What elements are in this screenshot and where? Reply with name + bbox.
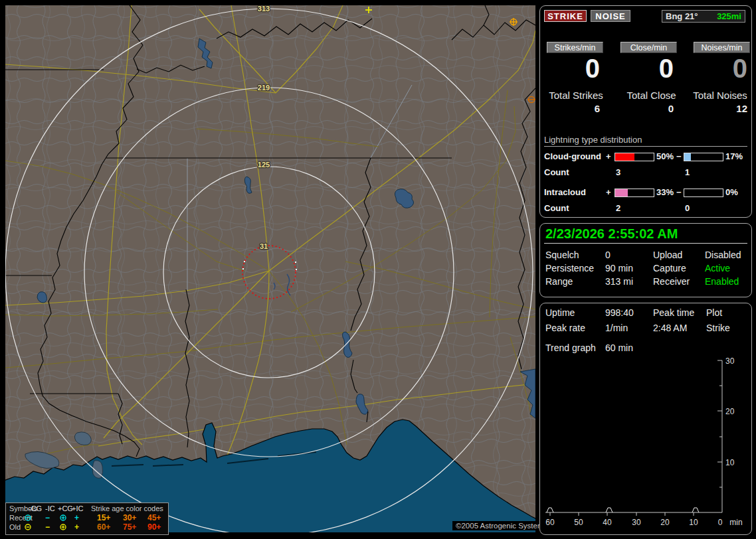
cg-plus-pct: 50%: [656, 151, 674, 161]
status-panel: 2/23/2026 2:55:02 AM Squelch 0 Upload Di…: [539, 223, 752, 297]
plot-label: Plot: [706, 307, 722, 318]
recent-neg-ic-icon: −: [45, 514, 50, 522]
cg-plus-bar: [614, 153, 654, 161]
svg-text:0: 0: [718, 518, 723, 527]
age-90: 90+: [147, 523, 161, 531]
uptime-label: Uptime: [545, 307, 575, 318]
ring-label-125: 125: [258, 161, 270, 169]
map-legend: Symbols -CG -IC +CG +IC Strike age color…: [5, 502, 169, 535]
total-strikes-label: Total Strikes: [545, 90, 607, 101]
noises-per-min-chip: Noises/min: [694, 42, 750, 53]
ring-label-219: 219: [258, 84, 270, 92]
cg-plus-sign: +: [606, 151, 611, 161]
copyright-text: ©2005 Astrogenic Systems: [452, 521, 551, 530]
upload-value: Disabled: [705, 250, 741, 260]
upload-label: Upload: [653, 250, 682, 260]
cg-minus-count: 1: [685, 167, 690, 177]
svg-text:20: 20: [725, 407, 735, 416]
trend-graph: 30 20 10 60 50 40 30 20 10 0 min: [540, 356, 751, 534]
trend-axes: [545, 360, 722, 516]
range-value: 313 mi: [605, 276, 633, 287]
close-per-min-value: 0: [627, 54, 674, 83]
distribution-divider: [544, 146, 747, 147]
ic-plus-bar: [614, 189, 654, 197]
receiver-value: Enabled: [705, 276, 739, 287]
trend-window-value: 60 min: [605, 343, 633, 353]
squelch-label: Squelch: [545, 250, 579, 260]
datetime-divider: [544, 243, 747, 244]
cg-minus-bar: [684, 153, 723, 161]
app-window: 313 219 125 31 Symbols -: [0, 0, 756, 539]
ring-label-313: 313: [258, 5, 270, 13]
map-canvas[interactable]: 313 219 125 31: [5, 5, 535, 532]
distribution-title: Lightning type distribution: [544, 135, 642, 145]
ring-label-31: 31: [260, 242, 268, 250]
old-neg-cg-icon: [24, 523, 32, 531]
ic-plus-count: 2: [616, 203, 620, 213]
close-per-min-chip: Close/min: [620, 42, 677, 53]
trend-x-labels: 60 50 40 30 20 10 0 min: [545, 518, 742, 527]
svg-text:40: 40: [603, 518, 612, 527]
plot-value: Strike: [706, 323, 730, 333]
trend-series-strike: [547, 508, 699, 512]
ic-minus-sign: −: [676, 187, 682, 197]
total-close-value: 0: [627, 103, 674, 114]
ic-plus-sign: +: [606, 187, 611, 197]
total-strikes-value: 6: [553, 103, 600, 114]
squelch-value: 0: [605, 250, 611, 260]
svg-text:60: 60: [545, 518, 555, 527]
legend-col-pos-cg: +CG: [58, 504, 73, 512]
cg-minus-pct: 17%: [725, 151, 743, 161]
bearing-range-value: 325mi: [717, 11, 741, 21]
total-close-label: Total Close: [623, 90, 680, 101]
svg-text:50: 50: [574, 518, 583, 527]
trend-panel: Uptime 998:40 Peak time Plot Peak rate 1…: [539, 303, 752, 535]
age-30: 30+: [123, 514, 136, 522]
uptime-value: 998:40: [605, 307, 634, 318]
old-pos-ic-icon: +: [74, 523, 79, 531]
peak-rate-label: Peak rate: [545, 323, 585, 333]
cg-plus-count: 3: [616, 167, 620, 177]
ic-minus-bar: [684, 189, 723, 197]
cg-count-label: Count: [544, 167, 569, 177]
capture-value: Active: [705, 263, 730, 273]
trend-x-unit: min: [729, 518, 742, 527]
trend-graph-label: Trend graph: [545, 343, 596, 353]
bearing-readout: Bng 21° 325mi: [662, 10, 745, 23]
ic-plus-pct: 33%: [656, 187, 674, 197]
age-45: 45+: [147, 514, 161, 522]
svg-text:30: 30: [632, 518, 641, 527]
recent-pos-ic-icon: +: [74, 514, 79, 522]
bearing-value: Bng 21°: [666, 11, 698, 21]
cloud-ground-label: Cloud-ground: [544, 151, 601, 161]
capture-label: Capture: [653, 263, 686, 273]
total-noises-value: 12: [701, 103, 747, 114]
peak-time-value: 2:48 AM: [653, 323, 687, 333]
strike-mode-button[interactable]: STRIKE: [544, 10, 587, 22]
age-75: 75+: [123, 523, 136, 531]
legend-old-label: Old: [9, 523, 21, 531]
noise-mode-button[interactable]: NOISE: [591, 10, 630, 22]
noises-per-min-value: 0: [701, 54, 747, 83]
age-60: 60+: [97, 523, 110, 531]
old-pos-cg-icon: [59, 523, 67, 531]
peak-rate-value: 1/min: [605, 323, 628, 333]
recent-pos-cg-icon: [59, 514, 67, 522]
datetime-display: 2/23/2026 2:55:02 AM: [545, 226, 678, 242]
strikes-per-min-chip: Strikes/min: [547, 42, 603, 53]
trend-y-labels: 30 20 10: [725, 356, 735, 467]
persistence-label: Persistence: [545, 263, 594, 273]
total-noises-label: Total Noises: [690, 90, 751, 101]
ic-count-label: Count: [544, 203, 569, 213]
svg-text:10: 10: [725, 458, 735, 467]
peak-time-label: Peak time: [653, 307, 694, 318]
age-15: 15+: [97, 514, 110, 522]
legend-col-pos-ic: +IC: [72, 504, 83, 512]
legend-col-neg-ic: -IC: [45, 504, 55, 512]
persistence-value: 90 min: [605, 263, 633, 273]
svg-text:10: 10: [689, 518, 698, 527]
ic-minus-count: 0: [685, 203, 690, 213]
counters-panel: STRIKE NOISE Bng 21° 325mi Strikes/min C…: [539, 5, 752, 218]
svg-text:30: 30: [725, 356, 735, 366]
intracloud-label: Intracloud: [544, 187, 586, 197]
